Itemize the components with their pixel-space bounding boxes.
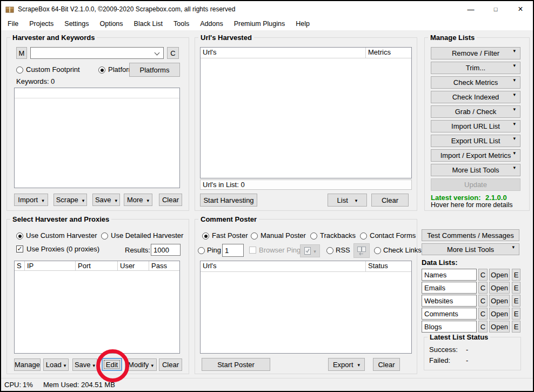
edit-blogs-button[interactable]: E — [512, 321, 520, 333]
check-indexed-button[interactable]: Check Indexed▾ — [431, 91, 520, 103]
use-custom-harvester-label[interactable]: Use Custom Harvester — [26, 231, 97, 240]
menu-black-list[interactable]: Black List — [129, 17, 169, 30]
rss-radio[interactable] — [326, 247, 333, 254]
column-port[interactable]: Port — [76, 261, 118, 270]
clear-blogs-button[interactable]: C — [478, 321, 488, 333]
save-keywords-button[interactable]: Save▾ — [92, 194, 120, 206]
custom-footprint-label[interactable]: Custom Footprint — [26, 65, 80, 74]
export-button[interactable]: Export▾ — [328, 358, 365, 371]
contact-forms-radio[interactable] — [360, 232, 367, 240]
open-blogs-button[interactable]: Open — [489, 321, 510, 333]
maximize-button[interactable]: □ — [483, 1, 508, 17]
use-proxies-checkbox[interactable]: ✓ — [16, 245, 23, 253]
load-proxies-button[interactable]: Load▾ — [43, 358, 69, 371]
column-poster-urls[interactable]: Url's — [201, 261, 366, 271]
check-links-radio[interactable] — [374, 247, 381, 254]
column-metrics[interactable]: Metrics — [366, 48, 411, 58]
edit-websites-button[interactable]: E — [512, 295, 520, 307]
manual-poster-radio[interactable] — [251, 232, 258, 240]
minimize-button[interactable]: — — [458, 1, 483, 17]
open-emails-button[interactable]: Open — [489, 282, 510, 294]
start-poster-button[interactable]: Start Poster — [202, 358, 270, 371]
modify-proxies-button[interactable]: Modify▾ — [125, 358, 157, 371]
test-comments-button[interactable]: Test Comments / Messages — [422, 229, 519, 241]
save-proxies-button[interactable]: Save▾ — [72, 358, 97, 371]
platforms-radio[interactable] — [98, 67, 105, 74]
import-url-list-button[interactable]: Import URL List▾ — [431, 120, 520, 132]
column-pass[interactable]: Pass — [149, 261, 179, 270]
more-keywords-button[interactable]: More▾ — [124, 194, 152, 206]
platforms-button[interactable]: Platforms — [129, 63, 180, 77]
custom-footprint-radio[interactable] — [16, 67, 23, 74]
footprint-combobox[interactable] — [30, 47, 164, 59]
clear-keywords-button[interactable]: Clear — [159, 194, 182, 206]
edit-comments-button[interactable]: E — [512, 308, 520, 320]
menu-tools[interactable]: Tools — [168, 17, 195, 30]
use-detailed-harvester-label[interactable]: Use Detailed Harvester — [111, 231, 183, 240]
start-harvesting-button[interactable]: Start Harvesting — [200, 194, 257, 207]
import-keywords-button[interactable]: Import▾ — [14, 194, 48, 206]
menu-help[interactable]: Help — [290, 17, 315, 30]
manage-proxies-button[interactable]: Manage — [14, 358, 41, 371]
data-list-input-websites[interactable] — [422, 295, 477, 307]
open-names-button[interactable]: Open — [489, 269, 510, 281]
column-s[interactable]: S — [15, 261, 25, 270]
clear-emails-button[interactable]: C — [478, 282, 488, 294]
fast-poster-radio[interactable] — [202, 232, 209, 240]
clear-harvested-button[interactable]: Clear — [371, 194, 409, 207]
rss-label[interactable]: RSS — [336, 246, 350, 254]
fast-poster-label[interactable]: Fast Poster — [212, 231, 248, 240]
check-links-label[interactable]: Check Links — [383, 246, 422, 254]
use-detailed-harvester-radio[interactable] — [101, 232, 108, 240]
harvested-urls-table[interactable]: Url's Metrics — [200, 47, 412, 178]
column-status[interactable]: Status — [366, 261, 411, 271]
more-list-tools-button-bottom[interactable]: More List Tools▾ — [422, 243, 519, 255]
manual-poster-label[interactable]: Manual Poster — [261, 231, 306, 240]
more-list-tools-button-top[interactable]: More List Tools▾ — [431, 164, 520, 176]
remove-filter-button[interactable]: Remove / Filter▾ — [431, 47, 520, 59]
open-comments-button[interactable]: Open — [489, 308, 510, 320]
column-urls[interactable]: Url's — [201, 48, 366, 58]
menu-projects[interactable]: Projects — [24, 17, 59, 30]
edit-names-button[interactable]: E — [512, 269, 520, 281]
keywords-listbox[interactable] — [14, 88, 180, 188]
scrape-button[interactable]: Scrape▾ — [54, 194, 87, 206]
clear-footprint-button[interactable]: C — [167, 47, 179, 59]
clear-poster-button[interactable]: Clear — [373, 358, 400, 371]
trim-button[interactable]: Trim...▾ — [431, 62, 520, 74]
menu-settings[interactable]: Settings — [59, 17, 94, 30]
menu-file[interactable]: File — [2, 17, 24, 30]
column-user[interactable]: User — [118, 261, 149, 270]
trackbacks-label[interactable]: Trackbacks — [320, 231, 356, 240]
menu-options[interactable]: Options — [94, 17, 128, 30]
proxies-table[interactable]: S IP Port User Pass — [14, 261, 180, 354]
column-ip[interactable]: IP — [25, 261, 76, 270]
use-proxies-label[interactable]: Use Proxies (0 proxies) — [26, 245, 99, 253]
list-button[interactable]: List▾ — [328, 194, 367, 207]
contact-forms-label[interactable]: Contact Forms — [370, 231, 416, 240]
edit-emails-button[interactable]: E — [512, 282, 520, 294]
clear-websites-button[interactable]: C — [478, 295, 488, 307]
ping-count-input[interactable] — [222, 244, 244, 257]
data-list-input-emails[interactable] — [422, 282, 477, 294]
data-list-input-names[interactable] — [422, 269, 477, 281]
import-export-metrics-button[interactable]: Import / Export Metrics▾ — [431, 149, 520, 162]
merge-button[interactable]: M — [16, 47, 27, 59]
data-list-input-blogs[interactable] — [422, 321, 477, 333]
clear-comments-button[interactable]: C — [478, 308, 488, 320]
poster-urls-table[interactable]: Url's Status — [200, 261, 412, 354]
menu-addons[interactable]: Addons — [195, 17, 228, 30]
ping-label[interactable]: Ping — [207, 246, 221, 254]
use-custom-harvester-radio[interactable] — [16, 232, 23, 240]
grab-check-button[interactable]: Grab / Check▾ — [431, 105, 520, 118]
menu-premium-plugins[interactable]: Premium Plugins — [229, 17, 290, 30]
clear-names-button[interactable]: C — [478, 269, 488, 281]
ping-radio[interactable] — [198, 247, 205, 254]
check-metrics-button[interactable]: Check Metrics▾ — [431, 76, 520, 89]
edit-proxies-button[interactable]: Edit — [102, 358, 122, 371]
data-list-input-comments[interactable] — [422, 308, 477, 320]
trackbacks-radio[interactable] — [310, 232, 317, 240]
close-button[interactable]: × — [508, 1, 533, 17]
results-input[interactable] — [151, 244, 181, 256]
open-websites-button[interactable]: Open — [489, 295, 510, 307]
